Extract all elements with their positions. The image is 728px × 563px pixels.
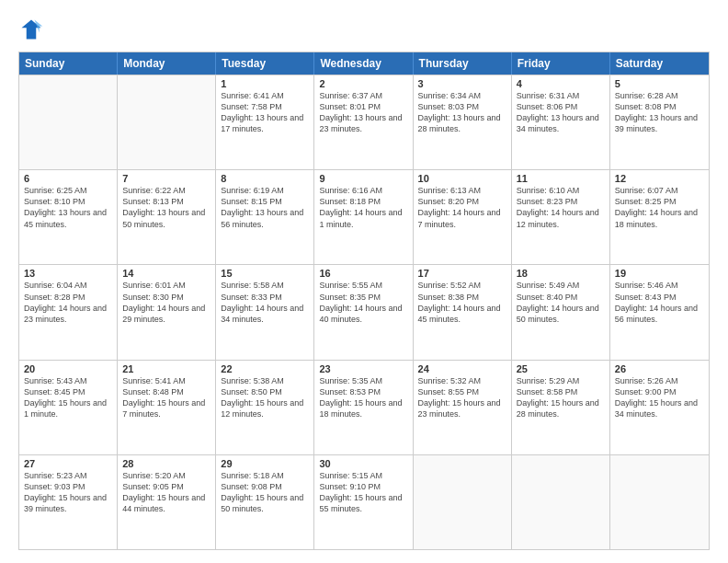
day-number: 4	[517, 78, 605, 89]
cal-cell-1-1	[19, 75, 118, 169]
day-number: 13	[24, 268, 112, 279]
cal-week-2: 6Sunrise: 6:25 AM Sunset: 8:10 PM Daylig…	[19, 169, 709, 264]
day-info: Sunrise: 6:25 AM Sunset: 8:10 PM Dayligh…	[24, 185, 112, 230]
day-number: 22	[221, 363, 309, 374]
cal-cell-5-6	[512, 455, 610, 549]
day-info: Sunrise: 6:10 AM Sunset: 8:23 PM Dayligh…	[517, 185, 605, 230]
day-info: Sunrise: 5:29 AM Sunset: 8:58 PM Dayligh…	[517, 375, 605, 420]
cal-cell-4-3: 22Sunrise: 5:38 AM Sunset: 8:50 PM Dayli…	[216, 361, 314, 454]
day-info: Sunrise: 6:22 AM Sunset: 8:13 PM Dayligh…	[122, 185, 210, 230]
day-info: Sunrise: 5:20 AM Sunset: 9:05 PM Dayligh…	[122, 470, 210, 515]
day-number: 28	[122, 458, 210, 469]
day-number: 23	[319, 363, 407, 374]
cal-week-4: 20Sunrise: 5:43 AM Sunset: 8:45 PM Dayli…	[19, 360, 709, 454]
cal-cell-3-3: 15Sunrise: 5:58 AM Sunset: 8:33 PM Dayli…	[216, 265, 314, 359]
cal-cell-4-5: 24Sunrise: 5:32 AM Sunset: 8:55 PM Dayli…	[414, 361, 512, 454]
day-number: 7	[122, 173, 210, 184]
cal-header-tuesday: Tuesday	[216, 52, 314, 75]
cal-cell-1-6: 4Sunrise: 6:31 AM Sunset: 8:06 PM Daylig…	[512, 75, 610, 169]
cal-header-monday: Monday	[118, 52, 216, 75]
day-number: 21	[122, 363, 210, 374]
cal-cell-5-5	[414, 455, 512, 549]
cal-cell-4-4: 23Sunrise: 5:35 AM Sunset: 8:53 PM Dayli…	[314, 361, 413, 454]
day-info: Sunrise: 5:32 AM Sunset: 8:55 PM Dayligh…	[418, 375, 506, 420]
day-info: Sunrise: 5:49 AM Sunset: 8:40 PM Dayligh…	[517, 280, 605, 325]
day-number: 18	[517, 268, 605, 279]
calendar-header-row: SundayMondayTuesdayWednesdayThursdayFrid…	[19, 52, 709, 75]
cal-header-sunday: Sunday	[19, 52, 118, 75]
day-number: 24	[418, 363, 506, 374]
cal-cell-3-6: 18Sunrise: 5:49 AM Sunset: 8:40 PM Dayli…	[512, 265, 610, 359]
day-info: Sunrise: 6:01 AM Sunset: 8:30 PM Dayligh…	[122, 280, 210, 325]
day-number: 17	[418, 268, 506, 279]
day-number: 27	[24, 458, 112, 469]
day-number: 14	[122, 268, 210, 279]
day-info: Sunrise: 6:31 AM Sunset: 8:06 PM Dayligh…	[517, 90, 605, 135]
day-number: 2	[319, 78, 407, 89]
day-info: Sunrise: 5:52 AM Sunset: 8:38 PM Dayligh…	[418, 280, 506, 325]
day-info: Sunrise: 5:35 AM Sunset: 8:53 PM Dayligh…	[319, 375, 407, 420]
day-number: 25	[517, 363, 605, 374]
cal-cell-4-2: 21Sunrise: 5:41 AM Sunset: 8:48 PM Dayli…	[118, 361, 216, 454]
cal-header-thursday: Thursday	[414, 52, 512, 75]
cal-cell-1-2	[118, 75, 216, 169]
cal-cell-5-7	[610, 455, 709, 549]
cal-cell-5-1: 27Sunrise: 5:23 AM Sunset: 9:03 PM Dayli…	[19, 455, 118, 549]
cal-cell-2-7: 12Sunrise: 6:07 AM Sunset: 8:25 PM Dayli…	[610, 170, 709, 264]
day-info: Sunrise: 6:19 AM Sunset: 8:15 PM Dayligh…	[221, 185, 309, 230]
cal-cell-2-1: 6Sunrise: 6:25 AM Sunset: 8:10 PM Daylig…	[19, 170, 118, 264]
cal-cell-1-3: 1Sunrise: 6:41 AM Sunset: 7:58 PM Daylig…	[216, 75, 314, 169]
day-info: Sunrise: 5:55 AM Sunset: 8:35 PM Dayligh…	[319, 280, 407, 325]
day-info: Sunrise: 6:13 AM Sunset: 8:20 PM Dayligh…	[418, 185, 506, 230]
cal-cell-1-5: 3Sunrise: 6:34 AM Sunset: 8:03 PM Daylig…	[414, 75, 512, 169]
cal-cell-3-7: 19Sunrise: 5:46 AM Sunset: 8:43 PM Dayli…	[610, 265, 709, 359]
logo	[18, 17, 48, 42]
day-info: Sunrise: 6:41 AM Sunset: 7:58 PM Dayligh…	[221, 90, 309, 135]
header	[18, 17, 710, 42]
day-number: 15	[221, 268, 309, 279]
cal-cell-2-3: 8Sunrise: 6:19 AM Sunset: 8:15 PM Daylig…	[216, 170, 314, 264]
cal-cell-5-4: 30Sunrise: 5:15 AM Sunset: 9:10 PM Dayli…	[314, 455, 413, 549]
calendar: SundayMondayTuesdayWednesdayThursdayFrid…	[18, 52, 710, 550]
day-info: Sunrise: 5:38 AM Sunset: 8:50 PM Dayligh…	[221, 375, 309, 420]
cal-week-1: 1Sunrise: 6:41 AM Sunset: 7:58 PM Daylig…	[19, 75, 709, 169]
day-number: 12	[615, 173, 704, 184]
day-number: 10	[418, 173, 506, 184]
cal-header-friday: Friday	[512, 52, 610, 75]
cal-header-wednesday: Wednesday	[314, 52, 413, 75]
cal-cell-2-4: 9Sunrise: 6:16 AM Sunset: 8:18 PM Daylig…	[314, 170, 413, 264]
day-number: 26	[615, 363, 704, 374]
day-info: Sunrise: 6:07 AM Sunset: 8:25 PM Dayligh…	[615, 185, 704, 230]
cal-cell-2-5: 10Sunrise: 6:13 AM Sunset: 8:20 PM Dayli…	[414, 170, 512, 264]
day-info: Sunrise: 6:04 AM Sunset: 8:28 PM Dayligh…	[24, 280, 112, 325]
cal-week-5: 27Sunrise: 5:23 AM Sunset: 9:03 PM Dayli…	[19, 454, 709, 549]
cal-week-3: 13Sunrise: 6:04 AM Sunset: 8:28 PM Dayli…	[19, 264, 709, 359]
cal-cell-2-6: 11Sunrise: 6:10 AM Sunset: 8:23 PM Dayli…	[512, 170, 610, 264]
cal-cell-3-1: 13Sunrise: 6:04 AM Sunset: 8:28 PM Dayli…	[19, 265, 118, 359]
cal-cell-1-7: 5Sunrise: 6:28 AM Sunset: 8:08 PM Daylig…	[610, 75, 709, 169]
day-info: Sunrise: 5:15 AM Sunset: 9:10 PM Dayligh…	[319, 470, 407, 515]
day-number: 9	[319, 173, 407, 184]
day-number: 6	[24, 173, 112, 184]
cal-cell-5-2: 28Sunrise: 5:20 AM Sunset: 9:05 PM Dayli…	[118, 455, 216, 549]
day-number: 11	[517, 173, 605, 184]
cal-cell-4-7: 26Sunrise: 5:26 AM Sunset: 9:00 PM Dayli…	[610, 361, 709, 454]
day-info: Sunrise: 5:46 AM Sunset: 8:43 PM Dayligh…	[615, 280, 704, 325]
cal-cell-3-4: 16Sunrise: 5:55 AM Sunset: 8:35 PM Dayli…	[314, 265, 413, 359]
day-info: Sunrise: 6:37 AM Sunset: 8:01 PM Dayligh…	[319, 90, 407, 135]
day-info: Sunrise: 5:58 AM Sunset: 8:33 PM Dayligh…	[221, 280, 309, 325]
day-number: 3	[418, 78, 506, 89]
cal-cell-4-1: 20Sunrise: 5:43 AM Sunset: 8:45 PM Dayli…	[19, 361, 118, 454]
day-number: 1	[221, 78, 309, 89]
day-number: 29	[221, 458, 309, 469]
day-number: 19	[615, 268, 704, 279]
cal-cell-1-4: 2Sunrise: 6:37 AM Sunset: 8:01 PM Daylig…	[314, 75, 413, 169]
day-number: 8	[221, 173, 309, 184]
day-info: Sunrise: 5:41 AM Sunset: 8:48 PM Dayligh…	[122, 375, 210, 420]
cal-cell-3-2: 14Sunrise: 6:01 AM Sunset: 8:30 PM Dayli…	[118, 265, 216, 359]
cal-cell-5-3: 29Sunrise: 5:18 AM Sunset: 9:08 PM Dayli…	[216, 455, 314, 549]
day-info: Sunrise: 6:34 AM Sunset: 8:03 PM Dayligh…	[418, 90, 506, 135]
day-info: Sunrise: 5:18 AM Sunset: 9:08 PM Dayligh…	[221, 470, 309, 515]
day-info: Sunrise: 5:23 AM Sunset: 9:03 PM Dayligh…	[24, 470, 112, 515]
cal-cell-4-6: 25Sunrise: 5:29 AM Sunset: 8:58 PM Dayli…	[512, 361, 610, 454]
